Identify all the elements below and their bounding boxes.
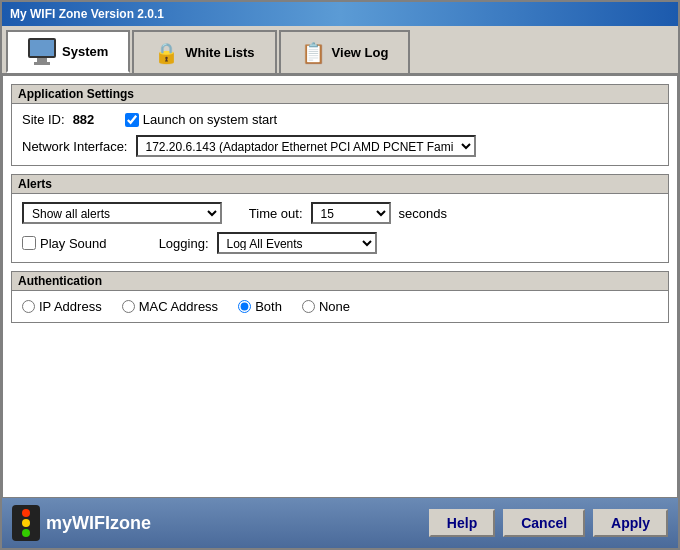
logging-label: Logging: [159, 236, 209, 251]
alerts-title: Alerts [12, 175, 668, 194]
light-yellow [22, 519, 30, 527]
network-interface-select[interactable]: 172.20.6.143 (Adaptador Ethernet PCI AMD… [136, 135, 476, 157]
play-sound-checkbox[interactable] [22, 236, 36, 250]
tab-bar: System 🔒 White Lists 📋 View Log [2, 26, 678, 75]
main-content: Application Settings Site ID: 882 Launch… [2, 75, 678, 498]
auth-title: Authentication [12, 272, 668, 291]
bottom-buttons: Help Cancel Apply [429, 509, 668, 537]
radio-ip-label[interactable]: IP Address [22, 299, 102, 314]
radio-mac[interactable] [122, 300, 135, 313]
tab-system-label: System [62, 44, 108, 59]
monitor-icon [28, 38, 56, 65]
radio-mac-text: MAC Address [139, 299, 218, 314]
alerts-section: Alerts Show all alerts Show critical onl… [11, 174, 669, 263]
bottom-bar: myWIFIzone Help Cancel Apply [2, 498, 678, 548]
radio-both-text: Both [255, 299, 282, 314]
window-title: My WIFI Zone Version 2.0.1 [10, 7, 164, 21]
radio-mac-label[interactable]: MAC Address [122, 299, 218, 314]
radio-none[interactable] [302, 300, 315, 313]
radio-ip-text: IP Address [39, 299, 102, 314]
radio-none-text: None [319, 299, 350, 314]
site-id-row: Site ID: 882 Launch on system start [22, 112, 658, 127]
network-row: Network Interface: 172.20.6.143 (Adaptad… [22, 135, 658, 157]
timeout-select[interactable]: 5 10 15 30 60 [311, 202, 391, 224]
auth-body: IP Address MAC Address Both None [12, 291, 668, 322]
apply-button[interactable]: Apply [593, 509, 668, 537]
timeout-label: Time out: [249, 206, 303, 221]
launch-checkbox-label[interactable]: Launch on system start [125, 112, 277, 127]
launch-checkbox[interactable] [125, 113, 139, 127]
app-settings-section: Application Settings Site ID: 882 Launch… [11, 84, 669, 166]
cancel-button[interactable]: Cancel [503, 509, 585, 537]
main-window: My WIFI Zone Version 2.0.1 System 🔒 Whit… [0, 0, 680, 550]
help-button[interactable]: Help [429, 509, 495, 537]
tab-whitelists-label: White Lists [185, 45, 254, 60]
alert-type-select[interactable]: Show all alerts Show critical only Show … [22, 202, 222, 224]
app-settings-title: Application Settings [12, 85, 668, 104]
logo-area: myWIFIzone [12, 505, 419, 541]
alerts-body: Show all alerts Show critical only Show … [12, 194, 668, 262]
network-interface-label: Network Interface: [22, 139, 128, 154]
logging-select[interactable]: Log All Events Log Errors Only No Loggin… [217, 232, 377, 254]
light-green [22, 529, 30, 537]
launch-label: Launch on system start [143, 112, 277, 127]
list-icon: 📋 [301, 41, 326, 65]
alerts-row1: Show all alerts Show critical only Show … [22, 202, 658, 224]
site-id-label: Site ID: [22, 112, 65, 127]
alerts-row2: Play Sound Logging: Log All Events Log E… [22, 232, 658, 254]
radio-both-label[interactable]: Both [238, 299, 282, 314]
radio-none-label[interactable]: None [302, 299, 350, 314]
play-sound-text: Play Sound [40, 236, 107, 251]
tab-whitelists[interactable]: 🔒 White Lists [132, 30, 276, 73]
title-bar: My WIFI Zone Version 2.0.1 [2, 2, 678, 26]
auth-section: Authentication IP Address MAC Address Bo… [11, 271, 669, 323]
play-sound-label[interactable]: Play Sound [22, 236, 107, 251]
logo-text: myWIFIzone [46, 513, 151, 534]
tab-viewlog[interactable]: 📋 View Log [279, 30, 411, 73]
tab-viewlog-label: View Log [332, 45, 389, 60]
radio-both[interactable] [238, 300, 251, 313]
site-id-value: 882 [73, 112, 95, 127]
light-red [22, 509, 30, 517]
traffic-light-icon [12, 505, 40, 541]
lock-icon: 🔒 [154, 41, 179, 65]
auth-row: IP Address MAC Address Both None [22, 299, 658, 314]
timeout-unit: seconds [399, 206, 447, 221]
app-settings-body: Site ID: 882 Launch on system start Netw… [12, 104, 668, 165]
tab-system[interactable]: System [6, 30, 130, 73]
radio-ip[interactable] [22, 300, 35, 313]
